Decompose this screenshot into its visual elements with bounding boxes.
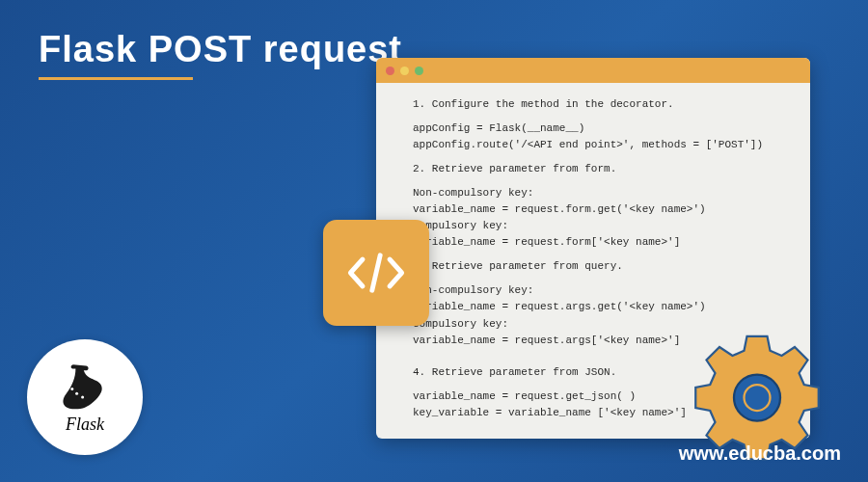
svg-point-4 [75,392,78,395]
window-dot-red [386,67,394,75]
code-line: variable_name = request.form['<key name>… [413,234,793,251]
code-line: Non-compulsory key: [413,282,793,299]
window-dot-yellow [400,67,409,75]
code-section-3-title: 3. Retrieve parameter from query. [413,258,793,275]
flask-logo-label: Flask [66,415,104,435]
code-line: variable_name = request.args.get('<key n… [413,299,793,315]
code-tag-icon [323,220,429,326]
code-line: Compulsory key: [413,218,793,234]
gear-icon [685,318,829,463]
flask-logo-badge: Flask [27,339,143,455]
flask-logo-icon [56,360,114,413]
code-line: variable_name = request.form.get('<key n… [413,201,793,218]
website-url: www.educba.com [679,442,841,465]
window-title-bar [376,58,810,83]
code-line: appConfig = Flask(__name__) [413,120,793,137]
page-title: Flask POST request [39,29,402,70]
svg-point-3 [70,388,73,390]
svg-point-5 [81,395,84,398]
code-line: Non-compulsory key: [413,185,793,201]
window-dot-green [415,67,423,75]
code-line: appConfig.route('/<API end point>', meth… [413,137,793,153]
code-section-1-title: 1. Configure the method in the decorator… [413,96,793,113]
title-underline [39,77,193,80]
svg-line-0 [372,255,380,290]
code-section-2-title: 2. Retrieve parameter from form. [413,161,793,177]
svg-point-1 [734,375,780,421]
